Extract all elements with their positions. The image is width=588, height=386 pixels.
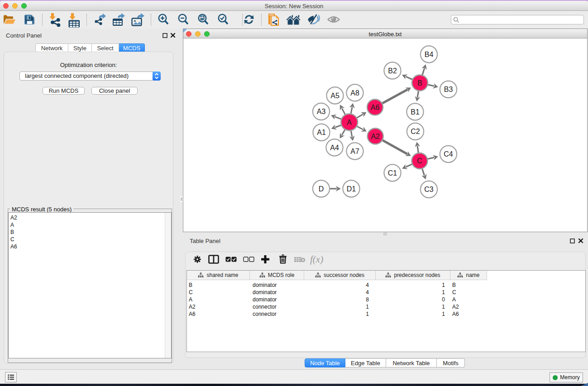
svg-text:A3: A3: [317, 108, 326, 115]
svg-text:B2: B2: [388, 67, 397, 75]
svg-text:C3: C3: [424, 186, 434, 193]
svg-text:B1: B1: [411, 108, 420, 116]
svg-text:C2: C2: [411, 128, 420, 135]
svg-text:A8: A8: [350, 89, 359, 97]
svg-text:A: A: [347, 119, 352, 126]
svg-text:B3: B3: [444, 86, 453, 93]
svg-text:C: C: [417, 157, 422, 165]
svg-text:C4: C4: [444, 150, 453, 158]
svg-text:A2: A2: [371, 133, 380, 140]
svg-text:B4: B4: [425, 51, 434, 58]
svg-text:D: D: [319, 185, 324, 193]
svg-text:A1: A1: [317, 129, 326, 136]
svg-text:A4: A4: [330, 144, 339, 152]
svg-text:A5: A5: [330, 92, 339, 100]
svg-text:B: B: [417, 79, 422, 87]
svg-text:C1: C1: [388, 169, 397, 177]
svg-text:A6: A6: [371, 104, 380, 111]
svg-text:D1: D1: [347, 185, 356, 193]
svg-text:A7: A7: [350, 148, 359, 155]
